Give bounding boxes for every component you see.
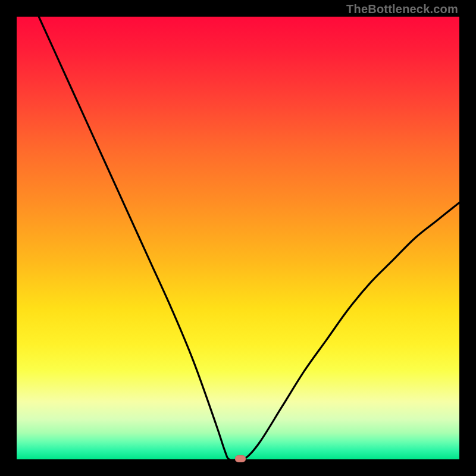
optimum-marker [235,455,246,462]
curve-svg [17,17,459,459]
bottleneck-curve-path [39,17,459,460]
plot-area [17,17,459,459]
watermark-text: TheBottleneck.com [346,2,458,16]
chart-frame: TheBottleneck.com [0,0,476,476]
